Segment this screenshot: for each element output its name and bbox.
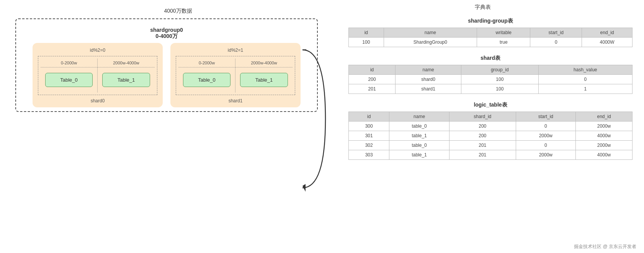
sharding-group-tbody: 100ShardingGroup0true04000W	[349, 38, 633, 47]
logic-table-tbody: 300table_020002000w301table_12002000w400…	[349, 122, 633, 160]
shard-tbody: 200shard01000201shard11001	[349, 75, 633, 94]
shard1-box: id%2=1 0-2000w 2000w-4000w Table_0 Table…	[170, 43, 301, 107]
logic-table: id name shard_id start_id end_id 300tabl…	[348, 112, 633, 160]
shard0-box: id%2=0 0-2000w 2000w-4000w Table_0 Table…	[33, 43, 163, 107]
shard1-table1-cell: Table_1	[235, 67, 293, 92]
shards-row: id%2=0 0-2000w 2000w-4000w Table_0 Table…	[24, 43, 309, 107]
s-col-hash-value: hash_value	[538, 65, 632, 75]
shard1-inner-grid: 0-2000w 2000w-4000w Table_0 Table_1	[176, 56, 295, 95]
sharding-group-table: id name writable start_id end_id 100Shar…	[348, 28, 633, 47]
table-row: 303table_12012000w4000w	[349, 150, 633, 160]
shard0-range1: 2000w-4000w	[98, 59, 155, 67]
main-container: 4000万数据 shardgroup0 0-4000万 id%2=0 0-200…	[0, 0, 644, 253]
shard0-range0: 0-2000w	[41, 59, 98, 67]
dict-label: 字典表	[333, 4, 633, 11]
shard-table: id name group_id hash_value 200shard0100…	[348, 65, 633, 94]
shard1-range1: 2000w-4000w	[235, 59, 293, 67]
shard0-table0: Table_0	[45, 73, 93, 87]
lt-col-end-id: end_id	[576, 112, 633, 122]
shard0-id-mod: id%2=0	[38, 48, 157, 53]
shard-header-row: id name group_id hash_value	[349, 65, 633, 75]
shard-title: shard表	[348, 55, 633, 62]
shard0-name: shard0	[38, 98, 157, 104]
shard0-inner-grid: 0-2000w 2000w-4000w Table_0 Table_1	[38, 56, 157, 95]
lt-col-start-id: start_id	[516, 112, 575, 122]
logic-table-title: logic_table表	[348, 102, 633, 108]
shard0-table1: Table_1	[102, 73, 150, 87]
table-row: 302table_020102000w	[349, 141, 633, 150]
sharding-group-header-row: id name writable start_id end_id	[349, 28, 633, 38]
shard1-name: shard1	[176, 98, 295, 104]
outer-dashed-container: shardgroup0 0-4000万 id%2=0 0-2000w 2000w…	[15, 18, 318, 112]
sg-col-writable: writable	[477, 28, 530, 38]
sg-col-id: id	[349, 28, 384, 38]
table-row: 300table_020002000w	[349, 122, 633, 131]
shard1-table0: Table_0	[183, 73, 230, 87]
sharding-group-title: sharding-group表	[348, 18, 633, 25]
table-row: 201shard11001	[349, 84, 633, 94]
table-row: 301table_12002000w4000w	[349, 131, 633, 141]
watermark: 掘金技术社区 @ 京东云开发者	[574, 243, 636, 250]
shard1-table0-cell: Table_0	[178, 67, 235, 92]
shardgroup-label: shardgroup0 0-4000万	[24, 27, 309, 40]
lt-col-shard-id: shard_id	[449, 112, 516, 122]
shard1-id-mod: id%2=1	[176, 48, 295, 53]
table-row: 200shard01000	[349, 75, 633, 84]
sg-col-end-id: end_id	[582, 28, 633, 38]
sg-col-name: name	[384, 28, 477, 38]
right-panel: 字典表 sharding-group表 id name writable sta…	[333, 0, 644, 253]
lt-header-row: id name shard_id start_id end_id	[349, 112, 633, 122]
data-label: 4000万数据	[34, 8, 322, 15]
s-col-name: name	[396, 65, 461, 75]
shard0-table1-cell: Table_1	[98, 67, 155, 92]
s-col-id: id	[349, 65, 396, 75]
left-panel: 4000万数据 shardgroup0 0-4000万 id%2=0 0-200…	[0, 0, 333, 253]
shard1-table1: Table_1	[240, 73, 288, 87]
lt-col-name: name	[389, 112, 449, 122]
lt-col-id: id	[349, 112, 389, 122]
shard1-range0: 0-2000w	[178, 59, 235, 67]
shard0-table0-cell: Table_0	[41, 67, 98, 92]
table-row: 100ShardingGroup0true04000W	[349, 38, 633, 47]
sg-col-start-id: start_id	[530, 28, 582, 38]
s-col-group-id: group_id	[461, 65, 538, 75]
connector-arrow	[299, 38, 333, 199]
